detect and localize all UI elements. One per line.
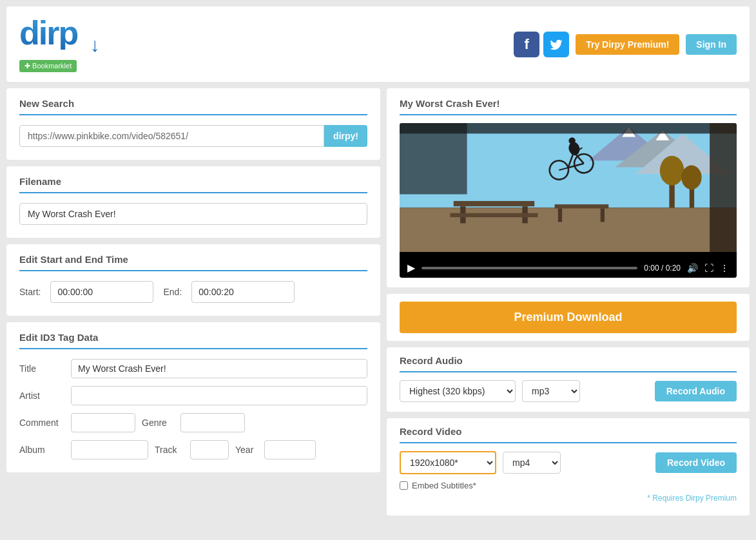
facebook-icon[interactable]: f (514, 32, 539, 57)
filename-panel: Filename (6, 166, 380, 238)
svg-rect-12 (558, 208, 562, 222)
bookmarklet-button[interactable]: ✚ Bookmarklet (19, 60, 77, 72)
track-input[interactable] (190, 440, 229, 459)
end-label: End: (163, 287, 182, 297)
time-row: Start: End: (19, 281, 367, 303)
filename-input[interactable] (19, 203, 367, 225)
audio-quality-select[interactable]: Highest (320 kbps) Medium (192 kbps) Low… (400, 380, 516, 402)
video-title: My Worst Crash Ever! (400, 98, 737, 115)
header-right: f Try Dirpy Premium! Sign In (514, 32, 737, 57)
video-container[interactable]: ▶ 0:00 / 0:20 🔊 ⛶ ⋮ (400, 123, 737, 278)
artist-input[interactable] (71, 386, 367, 405)
twitter-bird-icon (549, 37, 563, 52)
search-row: dirpy! (19, 125, 367, 147)
logo: dirp y ↓ (19, 16, 103, 50)
search-button[interactable]: dirpy! (324, 125, 367, 147)
header: dirp y ↓ ✚ Bookmarklet f (6, 6, 750, 82)
progress-bar[interactable] (422, 267, 637, 269)
comment-input[interactable] (71, 413, 135, 432)
signin-button[interactable]: Sign In (686, 34, 737, 55)
right-panel: My Worst Crash Ever! (387, 88, 750, 516)
resolution-select[interactable]: 1920x1080* 1280x720 854x480 640x360 (400, 451, 496, 474)
id3-title: Edit ID3 Tag Data (19, 332, 367, 349)
premium-download-button[interactable]: Premium Download (400, 302, 737, 333)
id3-title-row: Title (19, 359, 367, 378)
start-label: Start: (19, 287, 41, 297)
id3-panel: Edit ID3 Tag Data Title Artist Comment G… (6, 322, 380, 472)
twitter-icon[interactable] (543, 32, 569, 57)
year-label: Year (235, 445, 258, 455)
id3-grid: Title Artist Comment Genre Album (19, 359, 367, 459)
search-input[interactable] (19, 125, 324, 147)
more-options-icon[interactable]: ⋮ (720, 263, 729, 273)
video-panel: My Worst Crash Ever! (387, 88, 750, 287)
audio-format-select[interactable]: mp3 m4a ogg (522, 380, 580, 402)
video-scene-svg (400, 123, 737, 252)
record-audio-row: Highest (320 kbps) Medium (192 kbps) Low… (400, 380, 737, 402)
embed-subtitles-label: Embed Subtitles* (412, 481, 476, 490)
fb-letter: f (525, 36, 529, 53)
record-video-title: Record Video (400, 426, 737, 443)
year-input[interactable] (264, 440, 316, 459)
id3-album-row: Album Track Year (19, 440, 367, 459)
album-label: Album (19, 445, 64, 455)
genre-input[interactable] (180, 413, 245, 432)
svg-rect-14 (400, 123, 467, 194)
premium-note: * Requires Dirpy Premium (400, 490, 737, 506)
main-content: New Search dirpy! Filename Edit Start an… (6, 88, 750, 516)
svg-rect-10 (450, 213, 538, 217)
artist-label: Artist (19, 391, 64, 401)
record-video-button[interactable]: Record Video (655, 452, 737, 473)
play-button[interactable]: ▶ (407, 262, 415, 274)
time-panel: Edit Start and End Time Start: End: (6, 244, 380, 316)
id3-artist-row: Artist (19, 386, 367, 405)
record-video-row: 1920x1080* 1280x720 854x480 640x360 mp4 … (400, 451, 737, 474)
title-input[interactable] (71, 359, 367, 378)
volume-icon[interactable]: 🔊 (687, 263, 698, 273)
title-label: Title (19, 363, 64, 374)
video-format-select[interactable]: mp4 webm mov (503, 452, 561, 474)
embed-row: Embed Subtitles* (400, 481, 737, 490)
svg-rect-13 (601, 208, 605, 222)
record-audio-title: Record Audio (400, 355, 737, 372)
end-time-input[interactable] (191, 281, 295, 303)
svg-rect-7 (454, 201, 535, 206)
social-icons: f (514, 32, 569, 57)
svg-point-27 (660, 156, 684, 186)
download-panel: Premium Download (387, 294, 750, 341)
record-audio-button[interactable]: Record Audio (655, 381, 737, 401)
premium-button[interactable]: Try Dirpy Premium! (576, 34, 679, 55)
record-video-panel: Record Video 1920x1080* 1280x720 854x480… (387, 418, 750, 516)
svg-point-29 (681, 165, 701, 189)
left-panel: New Search dirpy! Filename Edit Start an… (6, 88, 380, 516)
genre-label: Genre (142, 418, 174, 428)
track-label: Track (155, 445, 184, 455)
filename-title: Filename (19, 176, 367, 193)
search-title: New Search (19, 98, 367, 115)
svg-rect-11 (555, 204, 609, 208)
time-title: Edit Start and End Time (19, 254, 367, 271)
logo-area: dirp y ↓ ✚ Bookmarklet (19, 16, 103, 72)
search-panel: New Search dirpy! (6, 88, 380, 160)
start-time-input[interactable] (50, 281, 153, 303)
album-input[interactable] (71, 440, 148, 459)
id3-comment-genre-row: Comment Genre (19, 413, 367, 432)
record-audio-panel: Record Audio Highest (320 kbps) Medium (… (387, 347, 750, 412)
fullscreen-icon[interactable]: ⛶ (704, 263, 713, 273)
svg-rect-15 (400, 123, 737, 133)
svg-rect-25 (710, 123, 737, 252)
comment-label: Comment (19, 418, 64, 428)
video-controls: ▶ 0:00 / 0:20 🔊 ⛶ ⋮ (400, 258, 737, 278)
embed-subtitles-checkbox[interactable] (400, 481, 408, 490)
time-display: 0:00 / 0:20 (644, 264, 681, 273)
